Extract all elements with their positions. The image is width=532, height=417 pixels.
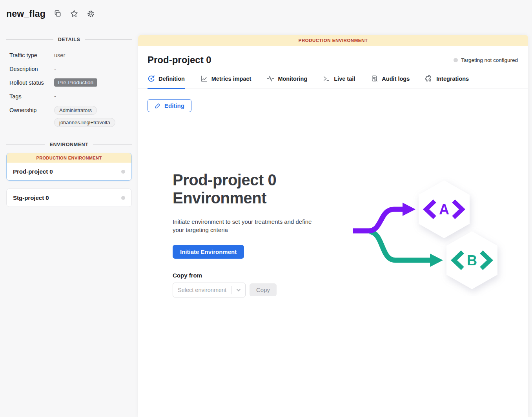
divider-line [6, 145, 45, 145]
ab-split-illustration: A B [345, 175, 510, 298]
copy-button[interactable]: Copy [250, 283, 277, 296]
line-chart-icon [200, 75, 208, 82]
layout: DETAILS Traffic type user Description - … [0, 27, 532, 417]
teal-flow-line [370, 232, 431, 260]
gear-icon[interactable] [86, 9, 95, 18]
production-environment-banner: PRODUCTION ENVIRONMENT [138, 35, 528, 46]
env-card-name: Stg-project 0 [13, 194, 49, 201]
detail-value-description: - [54, 65, 132, 73]
hero-title: Prod-project 0 Environment [173, 171, 302, 207]
terminal-icon [323, 75, 330, 82]
detail-label-ownership: Ownership [9, 106, 54, 114]
hero-description: Initiate environment to set your treatme… [173, 218, 316, 234]
tab-live-tail[interactable]: Live tail [323, 75, 355, 89]
divider-line [6, 40, 53, 40]
sidebar: DETAILS Traffic type user Description - … [0, 27, 138, 417]
select-environment-placeholder: Select environment [173, 287, 231, 293]
hexagon-b-label: B [467, 252, 477, 268]
tab-label: Metrics impact [211, 76, 251, 82]
divider-line [85, 40, 132, 40]
tab-metrics-impact[interactable]: Metrics impact [200, 75, 251, 89]
environment-heading: ENVIRONMENT [50, 142, 89, 147]
tab-audit-logs[interactable]: Audit logs [371, 75, 410, 89]
tab-label: Definition [159, 76, 185, 82]
details-heading: DETAILS [58, 37, 80, 42]
hexagon-a-label: A [439, 201, 449, 218]
tab-bar: Definition Metrics impact Monitoring [138, 75, 528, 89]
copy-from-label: Copy from [173, 272, 337, 279]
detail-label-description: Description [9, 65, 54, 73]
env-card-body: Stg-project 0 [7, 189, 131, 207]
env-status-dot [121, 196, 125, 200]
hero-content: Prod-project 0 Environment Initiate envi… [173, 171, 337, 297]
rollout-status-badge: Pre-Production [54, 78, 97, 87]
environment-hero: Prod-project 0 Environment Initiate envi… [138, 171, 528, 298]
flag-title: new_flag [6, 9, 46, 19]
main-panel: PRODUCTION ENVIRONMENT Prod-project 0 Ta… [138, 35, 528, 417]
owner-pill-user[interactable]: johannes.liegl+travolta [54, 118, 115, 127]
panel-title-row: Prod-project 0 Targeting not configured [138, 46, 528, 65]
pencil-icon [155, 103, 161, 109]
editing-button[interactable]: Editing [148, 99, 191, 112]
tab-label: Audit logs [382, 76, 410, 82]
teal-arrowhead [430, 254, 443, 267]
ownership-pills: Administrators johannes.liegl+travolta [54, 106, 132, 127]
target-edit-icon [148, 75, 155, 82]
purple-arrowhead [403, 203, 415, 216]
details-grid: Traffic type user Description - Rollout … [9, 51, 132, 127]
env-card-stg-project-0[interactable]: Stg-project 0 [6, 189, 132, 207]
copy-row: Select environment Copy [173, 283, 337, 297]
env-card-name: Prod-project 0 [13, 168, 53, 175]
environment-title: Prod-project 0 [148, 54, 211, 65]
tab-label: Live tail [334, 76, 355, 82]
document-search-icon [371, 75, 378, 82]
hexagon-a: A [419, 180, 470, 238]
tab-monitoring[interactable]: Monitoring [267, 75, 307, 89]
chevron-down-icon [232, 287, 245, 293]
tab-label: Monitoring [278, 76, 307, 82]
initiate-environment-button[interactable]: Initiate Environment [173, 245, 244, 259]
env-card-body: Prod-project 0 [7, 163, 131, 180]
detail-value-rollout-status: Pre-Production [54, 78, 132, 87]
tab-definition[interactable]: Definition [148, 75, 185, 89]
targeting-status-dot [454, 58, 458, 62]
detail-value-tags: - [54, 92, 132, 101]
divider-line [93, 145, 132, 145]
tab-integrations[interactable]: Integrations [425, 75, 469, 89]
env-status-dot [121, 170, 125, 174]
tab-label: Integrations [436, 76, 469, 82]
env-card-prod-project-0[interactable]: PRODUCTION ENVIRONMENT Prod-project 0 [6, 153, 132, 181]
purple-flow-line [353, 209, 403, 231]
detail-value-traffic-type: user [54, 51, 132, 60]
detail-label-traffic-type: Traffic type [9, 51, 54, 60]
targeting-status: Targeting not configured [454, 57, 518, 63]
targeting-status-label: Targeting not configured [461, 57, 518, 63]
pulse-icon [267, 75, 274, 82]
hexagon-b: B [446, 231, 497, 289]
toolbar: Editing [138, 89, 528, 112]
editing-button-label: Editing [164, 102, 184, 109]
detail-label-tags: Tags [9, 92, 54, 101]
env-card-production-banner: PRODUCTION ENVIRONMENT [7, 153, 131, 163]
details-section-header: DETAILS [6, 37, 132, 42]
star-icon[interactable] [70, 9, 78, 18]
app-header: new_flag [0, 0, 532, 27]
puzzle-icon [425, 75, 433, 82]
detail-label-rollout-status: Rollout status [9, 78, 54, 87]
owner-pill-administrators[interactable]: Administrators [54, 106, 97, 115]
environment-section-header: ENVIRONMENT [6, 142, 132, 147]
select-environment-dropdown[interactable]: Select environment [173, 283, 246, 297]
copy-icon[interactable] [53, 9, 62, 18]
